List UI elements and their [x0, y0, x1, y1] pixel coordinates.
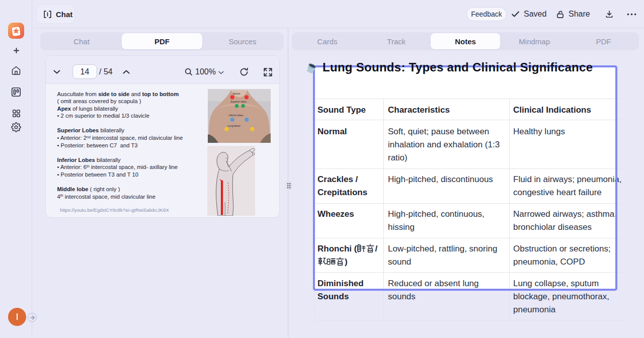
svg-text:Superior lobes: Superior lobes	[230, 100, 247, 103]
svg-text:Lung bases: Lung bases	[227, 124, 240, 127]
svg-text:Apices: Apices	[232, 92, 240, 95]
svg-text:Inferior lobes: Inferior lobes	[229, 114, 244, 117]
